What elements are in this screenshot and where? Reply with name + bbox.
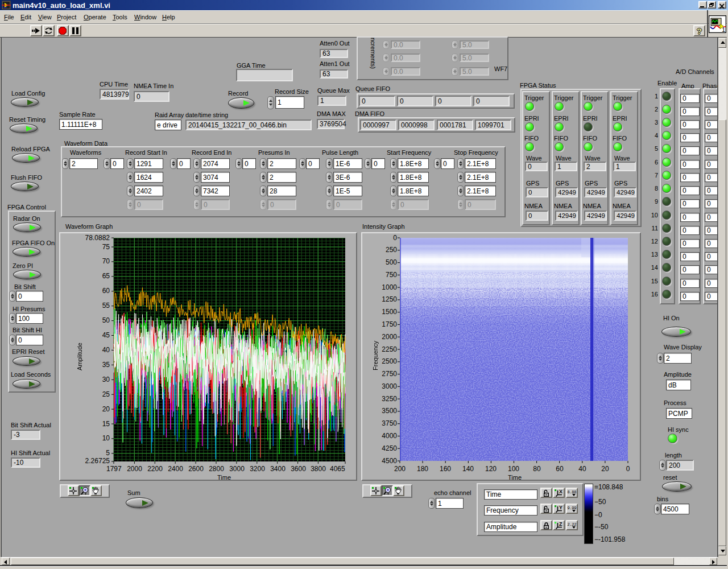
svg-text:X: X [559,489,562,494]
svg-text:Z: Z [559,521,562,527]
svg-text:Y: Y [559,505,562,510]
